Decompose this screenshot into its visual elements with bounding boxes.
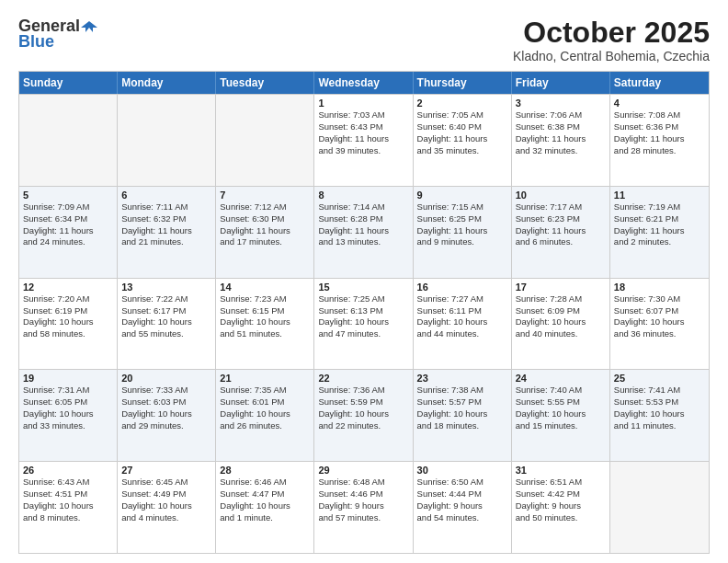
day-cell-7: 7Sunrise: 7:12 AM Sunset: 6:30 PM Daylig… [216,187,314,278]
day-cell-14: 14Sunrise: 7:23 AM Sunset: 6:15 PM Dayli… [216,279,314,370]
day-info: Sunrise: 7:12 AM Sunset: 6:30 PM Dayligh… [220,201,310,248]
day-info: Sunrise: 6:48 AM Sunset: 4:46 PM Dayligh… [318,477,408,523]
day-cell-8: 8Sunrise: 7:14 AM Sunset: 6:28 PM Daylig… [314,187,413,278]
day-info: Sunrise: 7:20 AM Sunset: 6:19 PM Dayligh… [23,293,113,340]
day-info: Sunrise: 7:38 AM Sunset: 5:57 PM Dayligh… [417,385,507,431]
logo: General Blue [18,17,98,52]
day-number: 7 [220,190,310,201]
day-number: 1 [318,98,408,109]
day-info: Sunrise: 7:35 AM Sunset: 6:01 PM Dayligh… [220,385,310,431]
day-number: 3 [516,98,606,109]
day-cell-3: 3Sunrise: 7:06 AM Sunset: 6:38 PM Daylig… [512,95,610,186]
day-number: 5 [23,190,113,201]
day-number: 23 [417,373,507,384]
day-number: 10 [516,190,606,201]
day-number: 22 [318,373,408,384]
day-cell-25: 25Sunrise: 7:41 AM Sunset: 5:53 PM Dayli… [610,370,709,461]
day-info: Sunrise: 7:25 AM Sunset: 6:13 PM Dayligh… [318,293,408,340]
day-info: Sunrise: 6:50 AM Sunset: 4:44 PM Dayligh… [417,477,507,523]
weekday-header-thursday: Thursday [414,72,512,94]
day-number: 12 [23,282,113,293]
day-cell-1: 1Sunrise: 7:03 AM Sunset: 6:43 PM Daylig… [314,95,413,186]
day-info: Sunrise: 7:08 AM Sunset: 6:36 PM Dayligh… [614,109,705,156]
day-info: Sunrise: 6:46 AM Sunset: 4:47 PM Dayligh… [220,477,310,523]
day-info: Sunrise: 7:23 AM Sunset: 6:15 PM Dayligh… [220,293,310,340]
day-number: 26 [23,465,113,476]
day-number: 4 [614,98,705,109]
day-cell-9: 9Sunrise: 7:15 AM Sunset: 6:25 PM Daylig… [414,187,512,278]
day-cell-27: 27Sunrise: 6:45 AM Sunset: 4:49 PM Dayli… [118,462,216,553]
empty-cell-0-0 [19,95,118,186]
day-info: Sunrise: 7:09 AM Sunset: 6:34 PM Dayligh… [23,201,113,248]
weekday-header-saturday: Saturday [610,72,709,94]
calendar-row-1: 5Sunrise: 7:09 AM Sunset: 6:34 PM Daylig… [19,186,709,278]
day-cell-5: 5Sunrise: 7:09 AM Sunset: 6:34 PM Daylig… [19,187,118,278]
day-info: Sunrise: 7:41 AM Sunset: 5:53 PM Dayligh… [614,385,705,431]
day-number: 19 [23,373,113,384]
day-cell-15: 15Sunrise: 7:25 AM Sunset: 6:13 PM Dayli… [314,279,413,370]
day-number: 20 [121,373,211,384]
day-cell-18: 18Sunrise: 7:30 AM Sunset: 6:07 PM Dayli… [610,279,709,370]
day-number: 2 [417,98,507,109]
day-info: Sunrise: 6:43 AM Sunset: 4:51 PM Dayligh… [23,477,113,523]
day-cell-17: 17Sunrise: 7:28 AM Sunset: 6:09 PM Dayli… [512,279,610,370]
day-cell-24: 24Sunrise: 7:40 AM Sunset: 5:55 PM Dayli… [512,370,610,461]
svg-marker-0 [81,21,97,32]
weekday-header-monday: Monday [118,72,216,94]
day-info: Sunrise: 7:15 AM Sunset: 6:25 PM Dayligh… [417,201,507,248]
empty-cell-4-6 [610,462,709,553]
title-block: October 2025 Kladno, Central Bohemia, Cz… [513,17,710,63]
day-info: Sunrise: 7:40 AM Sunset: 5:55 PM Dayligh… [516,385,606,431]
day-number: 15 [318,282,408,293]
day-cell-21: 21Sunrise: 7:35 AM Sunset: 6:01 PM Dayli… [216,370,314,461]
day-cell-2: 2Sunrise: 7:05 AM Sunset: 6:40 PM Daylig… [414,95,512,186]
day-number: 13 [121,282,211,293]
day-number: 16 [417,282,507,293]
day-cell-11: 11Sunrise: 7:19 AM Sunset: 6:21 PM Dayli… [610,187,709,278]
page-header: General Blue October 2025 Kladno, Centra… [18,17,710,63]
day-info: Sunrise: 7:17 AM Sunset: 6:23 PM Dayligh… [516,201,606,248]
day-info: Sunrise: 7:31 AM Sunset: 6:05 PM Dayligh… [23,385,113,431]
calendar-header: SundayMondayTuesdayWednesdayThursdayFrid… [19,72,709,94]
weekday-header-sunday: Sunday [19,72,118,94]
weekday-header-tuesday: Tuesday [216,72,314,94]
calendar-row-3: 19Sunrise: 7:31 AM Sunset: 6:05 PM Dayli… [19,369,709,461]
day-number: 18 [614,282,705,293]
weekday-header-wednesday: Wednesday [314,72,413,94]
day-info: Sunrise: 7:33 AM Sunset: 6:03 PM Dayligh… [121,385,211,431]
day-info: Sunrise: 6:45 AM Sunset: 4:49 PM Dayligh… [121,477,211,523]
day-number: 21 [220,373,310,384]
day-cell-4: 4Sunrise: 7:08 AM Sunset: 6:36 PM Daylig… [610,95,709,186]
day-cell-30: 30Sunrise: 6:50 AM Sunset: 4:44 PM Dayli… [414,462,512,553]
day-info: Sunrise: 7:27 AM Sunset: 6:11 PM Dayligh… [417,293,507,340]
logo-blue: Blue [18,32,54,52]
day-cell-20: 20Sunrise: 7:33 AM Sunset: 6:03 PM Dayli… [118,370,216,461]
day-info: Sunrise: 7:11 AM Sunset: 6:32 PM Dayligh… [121,201,211,248]
calendar-body: 1Sunrise: 7:03 AM Sunset: 6:43 PM Daylig… [19,94,709,553]
day-cell-6: 6Sunrise: 7:11 AM Sunset: 6:32 PM Daylig… [118,187,216,278]
day-cell-29: 29Sunrise: 6:48 AM Sunset: 4:46 PM Dayli… [314,462,413,553]
calendar-row-2: 12Sunrise: 7:20 AM Sunset: 6:19 PM Dayli… [19,278,709,370]
location: Kladno, Central Bohemia, Czechia [513,49,710,63]
day-number: 8 [318,190,408,201]
day-cell-23: 23Sunrise: 7:38 AM Sunset: 5:57 PM Dayli… [414,370,512,461]
calendar-row-4: 26Sunrise: 6:43 AM Sunset: 4:51 PM Dayli… [19,461,709,553]
day-number: 9 [417,190,507,201]
day-number: 30 [417,465,507,476]
empty-cell-0-2 [216,95,314,186]
day-number: 11 [614,190,705,201]
month-title: October 2025 [513,17,710,49]
day-number: 24 [516,373,606,384]
day-info: Sunrise: 7:06 AM Sunset: 6:38 PM Dayligh… [516,109,606,156]
day-cell-13: 13Sunrise: 7:22 AM Sunset: 6:17 PM Dayli… [118,279,216,370]
day-cell-22: 22Sunrise: 7:36 AM Sunset: 5:59 PM Dayli… [314,370,413,461]
day-number: 17 [516,282,606,293]
day-number: 25 [614,373,705,384]
day-number: 28 [220,465,310,476]
day-info: Sunrise: 6:51 AM Sunset: 4:42 PM Dayligh… [516,477,606,523]
day-info: Sunrise: 7:05 AM Sunset: 6:40 PM Dayligh… [417,109,507,156]
day-info: Sunrise: 7:36 AM Sunset: 5:59 PM Dayligh… [318,385,408,431]
day-number: 31 [516,465,606,476]
day-info: Sunrise: 7:30 AM Sunset: 6:07 PM Dayligh… [614,293,705,340]
day-number: 27 [121,465,211,476]
